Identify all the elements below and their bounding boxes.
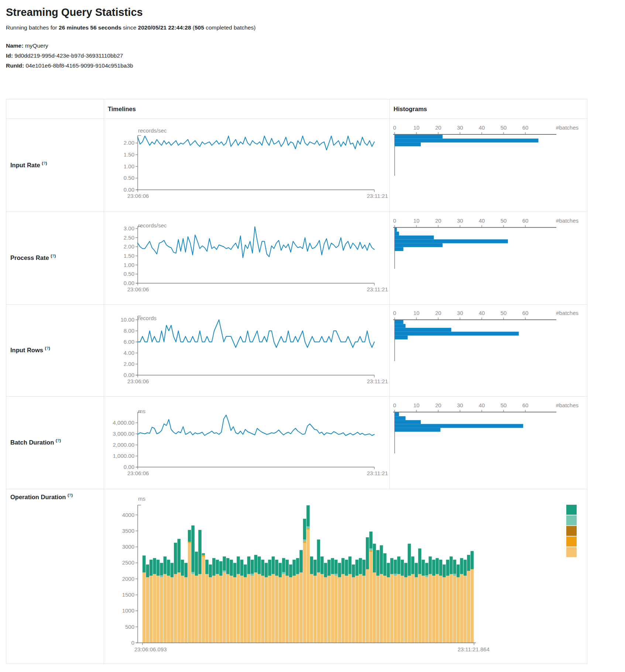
svg-text:50: 50 — [501, 217, 507, 224]
svg-text:0: 0 — [393, 217, 396, 224]
svg-text:23:11:21: 23:11:21 — [367, 378, 388, 384]
runid-label: RunId: — [6, 62, 24, 69]
runid-value: 04e101e6-8bf8-4165-9099-9104c951ba3b — [25, 62, 133, 69]
histogram-svg: 0102030405060#batches — [389, 119, 588, 212]
timelines-column-header: Timelines — [108, 99, 136, 119]
completed-batches-count: 505 — [195, 24, 204, 31]
svg-text:23:06:06: 23:06:06 — [127, 193, 149, 199]
svg-text:3500: 3500 — [122, 528, 134, 534]
id-value: 9d0dd219-995d-423e-b97d-36931110bb27 — [14, 52, 123, 59]
legend-swatch — [566, 505, 577, 515]
svg-text:1.50: 1.50 — [124, 253, 134, 259]
summary-suffix: completed batches) — [204, 24, 256, 31]
statistics-table: Timelines Histograms Input Rate (?) Proc… — [6, 99, 587, 664]
svg-text:50: 50 — [501, 402, 507, 408]
timeline-svg: records/sec0.000.501.001.502.0023:06:062… — [104, 119, 389, 212]
process-rate-histogram-chart: 0102030405060#batches — [389, 212, 588, 306]
svg-text:10: 10 — [413, 217, 420, 224]
legend-swatch — [566, 547, 577, 557]
svg-text:0.50: 0.50 — [124, 175, 134, 181]
input-rows-histogram-chart: 0102030405060#batches — [389, 304, 588, 398]
row-label-input-rows: Input Rows (?) — [10, 346, 50, 354]
operation-duration-svg: ms0500100015002000250030003500400023:06:… — [104, 489, 588, 664]
operation-duration-label: Operation Duration — [10, 494, 66, 500]
svg-text:0.00: 0.00 — [124, 372, 134, 378]
svg-text:2.50: 2.50 — [124, 234, 134, 241]
svg-text:40: 40 — [479, 217, 485, 224]
svg-text:23:11:21: 23:11:21 — [367, 193, 388, 199]
svg-text:1500: 1500 — [122, 592, 134, 598]
svg-text:0: 0 — [131, 640, 134, 646]
svg-text:0.00: 0.00 — [124, 280, 134, 286]
svg-text:10: 10 — [413, 124, 420, 131]
svg-text:23:06:06: 23:06:06 — [127, 470, 149, 476]
svg-text:60: 60 — [522, 310, 529, 316]
svg-text:1000: 1000 — [122, 607, 134, 614]
summary-paren: ( — [191, 24, 195, 31]
svg-text:30: 30 — [457, 124, 463, 131]
operation-duration-help-icon[interactable]: (?) — [68, 493, 73, 497]
batch-duration-label: Batch Duration — [10, 439, 54, 446]
svg-text:23:06:06: 23:06:06 — [127, 378, 149, 384]
svg-text:#batches: #batches — [556, 124, 578, 131]
timeline-svg: ms0.001,000.002,000.003,000.004,000.0023… — [104, 396, 389, 489]
svg-text:#batches: #batches — [556, 402, 578, 408]
histogram-svg: 0102030405060#batches — [389, 212, 588, 304]
process-rate-timeline-chart: records/sec0.000.501.001.502.002.503.002… — [104, 212, 389, 306]
operation-duration-stacked-chart: ms0500100015002000250030003500400023:06:… — [104, 489, 588, 666]
histogram-svg: 0102030405060#batches — [389, 396, 588, 489]
svg-text:30: 30 — [457, 310, 463, 316]
svg-text:records/sec: records/sec — [138, 127, 167, 134]
histograms-column-header: Histograms — [394, 99, 427, 119]
svg-text:4,000.00: 4,000.00 — [113, 419, 134, 426]
row-label-process-rate: Process Rate (?) — [10, 254, 56, 261]
input-rows-label: Input Rows — [10, 347, 43, 353]
svg-text:0.50: 0.50 — [124, 271, 134, 277]
svg-text:30: 30 — [457, 402, 463, 408]
svg-text:23:06:06.093: 23:06:06.093 — [134, 646, 167, 652]
row-label-batch-duration: Batch Duration (?) — [10, 438, 61, 446]
input-rate-help-icon[interactable]: (?) — [42, 161, 47, 165]
svg-text:10.00: 10.00 — [120, 316, 134, 323]
input-rows-timeline-chart: records0.002.004.006.008.0010.0023:06:06… — [104, 304, 389, 398]
input-rate-histogram-chart: 0102030405060#batches — [389, 119, 588, 213]
name-label: Name: — [6, 42, 23, 49]
svg-text:0.00: 0.00 — [124, 186, 134, 193]
legend-swatch — [566, 536, 577, 546]
legend-swatch — [566, 515, 577, 525]
svg-text:1.50: 1.50 — [124, 151, 134, 158]
query-name-line: Name: myQuery — [6, 41, 582, 51]
row-label-input-rate: Input Rate (?) — [10, 161, 47, 169]
input-rows-help-icon[interactable]: (?) — [45, 346, 50, 350]
running-batches-summary: Running batches for 26 minutes 56 second… — [6, 24, 582, 31]
batch-duration-help-icon[interactable]: (?) — [56, 438, 61, 443]
svg-text:records/sec: records/sec — [138, 222, 167, 229]
svg-text:4.00: 4.00 — [124, 350, 134, 356]
svg-text:1,000.00: 1,000.00 — [113, 453, 134, 459]
svg-text:0: 0 — [393, 124, 396, 131]
batch-duration-timeline-chart: ms0.001,000.002,000.003,000.004,000.0023… — [104, 396, 389, 490]
svg-text:1.00: 1.00 — [124, 262, 134, 268]
query-metadata: Name: myQuery Id: 9d0dd219-995d-423e-b97… — [6, 41, 582, 71]
svg-text:0.00: 0.00 — [124, 464, 134, 470]
svg-text:23:11:21: 23:11:21 — [367, 470, 388, 476]
svg-text:1.00: 1.00 — [124, 163, 134, 169]
running-duration: 26 minutes 56 seconds — [59, 24, 121, 31]
summary-since: since — [121, 24, 138, 31]
id-label: Id: — [6, 52, 13, 59]
svg-text:20: 20 — [435, 124, 442, 131]
svg-text:60: 60 — [522, 217, 529, 224]
timeline-svg: records/sec0.000.501.001.502.002.503.002… — [104, 212, 389, 304]
svg-text:ms: ms — [138, 408, 145, 414]
svg-text:500: 500 — [125, 624, 134, 630]
process-rate-help-icon[interactable]: (?) — [51, 254, 56, 258]
svg-text:60: 60 — [522, 124, 529, 131]
summary-prefix: Running batches for — [6, 24, 59, 31]
svg-text:2.00: 2.00 — [124, 243, 134, 250]
input-rate-label: Input Rate — [10, 162, 40, 168]
legend-swatch — [566, 526, 577, 536]
start-timestamp: 2020/05/21 22:44:28 — [138, 24, 191, 31]
svg-text:2000: 2000 — [122, 576, 134, 582]
svg-text:40: 40 — [479, 124, 485, 131]
svg-text:60: 60 — [522, 402, 529, 408]
